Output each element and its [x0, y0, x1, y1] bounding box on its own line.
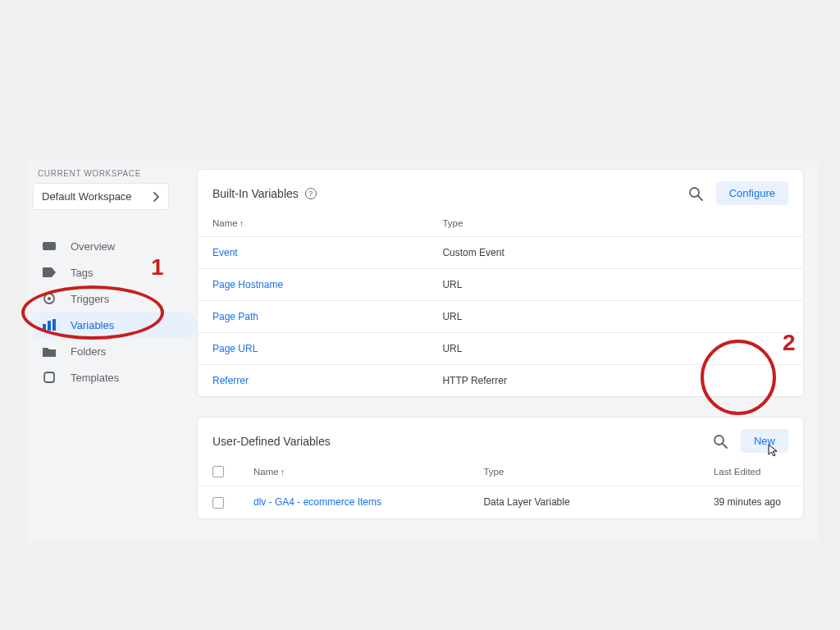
- table-row[interactable]: EventCustom Event: [198, 237, 803, 269]
- table-row[interactable]: Page PathURL: [198, 301, 803, 333]
- dashboard-icon: [43, 240, 56, 253]
- var-name[interactable]: Referrer: [198, 365, 427, 397]
- sidebar-item-variables[interactable]: Variables: [33, 312, 197, 338]
- var-type: URL: [427, 333, 803, 365]
- table-row[interactable]: Page HostnameURL: [198, 269, 803, 301]
- var-type: HTTP Referrer: [427, 365, 803, 397]
- chevron-right-icon: [153, 192, 160, 202]
- sidebar-item-label: Templates: [71, 372, 119, 384]
- builtin-table: Name↑ Type EventCustom Event Page Hostna…: [198, 210, 803, 396]
- var-name[interactable]: Event: [198, 237, 427, 269]
- svg-rect-5: [52, 319, 56, 331]
- userdef-title: User-Defined Variables: [212, 435, 331, 448]
- sidebar-item-templates[interactable]: Templates: [33, 364, 197, 390]
- target-icon: [43, 292, 56, 305]
- var-type: Data Layer Variable: [468, 486, 698, 518]
- var-type: Custom Event: [427, 237, 803, 269]
- tag-icon: [43, 266, 56, 279]
- builtin-title: Built-In Variables ?: [212, 187, 317, 200]
- svg-line-8: [698, 196, 702, 200]
- table-row[interactable]: ReferrerHTTP Referrer: [198, 365, 803, 397]
- svg-point-9: [714, 436, 724, 445]
- workspace-select[interactable]: Default Workspace: [33, 183, 169, 210]
- svg-line-10: [723, 444, 727, 448]
- new-button[interactable]: New: [741, 429, 788, 453]
- col-last-edited[interactable]: Last Edited: [699, 458, 803, 486]
- sidebar-item-triggers[interactable]: Triggers: [33, 285, 197, 312]
- var-type: URL: [427, 301, 803, 333]
- builtin-title-text: Built-In Variables: [212, 187, 299, 200]
- help-icon[interactable]: ?: [305, 188, 317, 199]
- col-checkbox[interactable]: [198, 458, 239, 486]
- var-name[interactable]: Page URL: [198, 333, 427, 365]
- var-last-edited: 39 minutes ago: [699, 486, 803, 518]
- search-icon[interactable]: [688, 186, 703, 201]
- sidebar-item-label: Triggers: [71, 293, 109, 305]
- sidebar-item-label: Folders: [71, 345, 106, 358]
- col-type[interactable]: Type: [427, 210, 803, 237]
- row-checkbox[interactable]: [198, 486, 239, 518]
- sidebar-item-label: Tags: [71, 267, 93, 279]
- cursor-icon: [768, 444, 778, 456]
- checkbox-icon[interactable]: [212, 497, 224, 509]
- table-row[interactable]: Page URLURL: [198, 333, 803, 365]
- checkbox-icon[interactable]: [212, 466, 224, 477]
- svg-rect-6: [44, 372, 54, 382]
- workspace-selected: Default Workspace: [42, 190, 132, 203]
- svg-point-7: [690, 188, 699, 197]
- svg-rect-0: [43, 242, 56, 250]
- sidebar-item-folders[interactable]: Folders: [33, 338, 197, 364]
- var-name[interactable]: dlv - GA4 - ecommerce Items: [239, 486, 468, 518]
- sort-up-icon: ↑: [281, 467, 285, 477]
- var-name[interactable]: Page Hostname: [198, 269, 427, 301]
- templates-icon: [43, 371, 56, 384]
- col-type[interactable]: Type: [468, 458, 698, 486]
- userdef-variables-card: User-Defined Variables New: [197, 417, 804, 519]
- sidebar-nav: Overview Tags Triggers: [33, 233, 197, 390]
- table-row[interactable]: dlv - GA4 - ecommerce Items Data Layer V…: [198, 486, 803, 518]
- userdef-table: Name↑ Type Last Edited dlv - GA4 - ecomm…: [198, 458, 803, 518]
- workspace-label: CURRENT WORKSPACE: [38, 169, 197, 178]
- builtin-variables-card: Built-In Variables ? Configure Name↑: [197, 169, 804, 397]
- svg-rect-4: [48, 321, 51, 331]
- svg-point-2: [48, 297, 51, 300]
- var-type: URL: [427, 269, 803, 301]
- svg-rect-3: [43, 324, 46, 331]
- variables-icon: [43, 318, 56, 331]
- configure-button[interactable]: Configure: [716, 181, 788, 205]
- sidebar-item-overview[interactable]: Overview: [33, 233, 197, 259]
- sidebar-item-label: Overview: [71, 240, 115, 253]
- var-name[interactable]: Page Path: [198, 301, 427, 333]
- col-name[interactable]: Name↑: [239, 458, 468, 486]
- folder-icon: [43, 345, 56, 358]
- search-icon[interactable]: [713, 434, 728, 449]
- col-name[interactable]: Name↑: [198, 210, 427, 237]
- sort-up-icon: ↑: [240, 218, 244, 228]
- sidebar-item-label: Variables: [71, 319, 114, 331]
- sidebar-item-tags[interactable]: Tags: [33, 259, 197, 285]
